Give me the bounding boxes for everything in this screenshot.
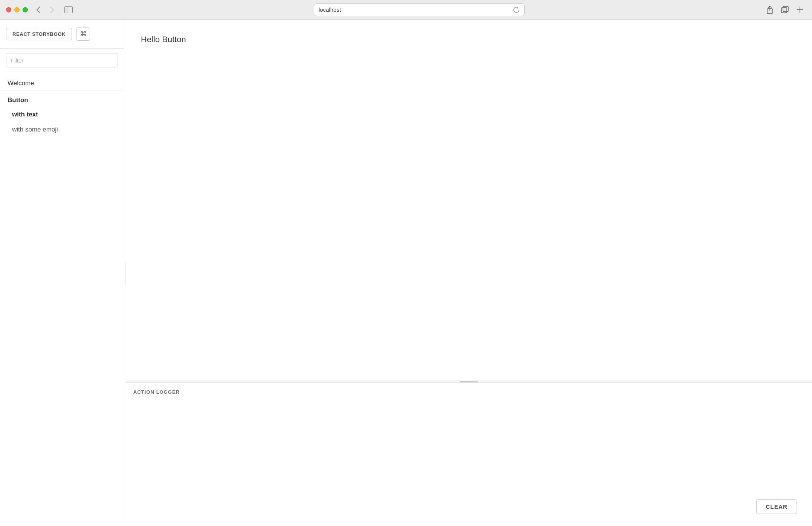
clear-button[interactable]: CLEAR (756, 499, 797, 514)
browser-toolbar-right (764, 4, 806, 16)
divider-handle (460, 381, 478, 382)
minimize-button[interactable] (14, 7, 20, 12)
sidebar-nav: Welcome Button with text with some emoji (0, 72, 124, 526)
share-button[interactable] (764, 4, 776, 16)
preview-title: Hello Button (141, 35, 186, 44)
sidebar-toggle-button[interactable] (63, 4, 75, 16)
nav-buttons (32, 4, 58, 16)
sidebar-item-with-some-emoji[interactable]: with some emoji (0, 122, 124, 137)
browser-window: localhost (0, 0, 812, 526)
new-tab-button[interactable] (794, 4, 806, 16)
forward-button[interactable] (46, 4, 58, 16)
action-logger-body (126, 401, 812, 526)
maximize-button[interactable] (23, 7, 28, 12)
svg-rect-3 (781, 8, 787, 13)
reload-button[interactable] (513, 6, 520, 13)
storybook-button[interactable]: REACT STORYBOOK (6, 28, 72, 40)
address-bar[interactable]: localhost (314, 3, 525, 16)
keyboard-shortcut: ⌘ (76, 27, 90, 41)
sidebar: REACT STORYBOOK ⌘ Welcome Button with te… (0, 20, 124, 526)
sidebar-item-welcome[interactable]: Welcome (0, 75, 124, 90)
main-content: Hello Button ACTION LOGGER CLEAR (126, 20, 812, 526)
svg-rect-0 (65, 6, 73, 13)
address-bar-container: localhost (79, 3, 759, 16)
browser-titlebar: localhost (0, 0, 812, 20)
url-text: localhost (319, 6, 341, 13)
action-logger-header: ACTION LOGGER (126, 383, 812, 401)
traffic-lights (6, 7, 28, 12)
svg-rect-4 (783, 6, 788, 12)
back-button[interactable] (32, 4, 44, 16)
action-logger: ACTION LOGGER (126, 383, 812, 526)
close-button[interactable] (6, 7, 11, 12)
sidebar-item-button[interactable]: Button (0, 90, 124, 107)
app-content: REACT STORYBOOK ⌘ Welcome Button with te… (0, 20, 812, 526)
preview-area: Hello Button (126, 20, 812, 381)
sidebar-item-with-text[interactable]: with text (0, 107, 124, 122)
action-logger-title: ACTION LOGGER (133, 389, 180, 395)
sidebar-header: REACT STORYBOOK ⌘ (0, 20, 124, 49)
tabs-button[interactable] (779, 4, 791, 16)
filter-input[interactable] (6, 53, 118, 67)
